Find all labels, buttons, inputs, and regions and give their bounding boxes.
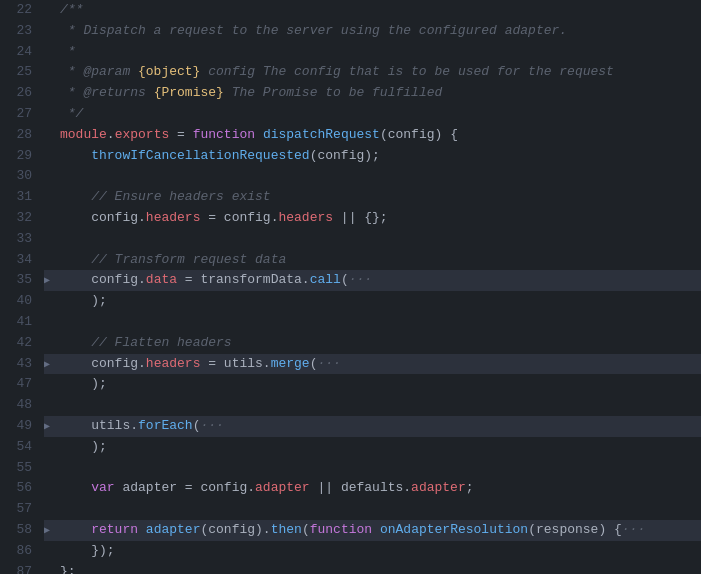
- line-number: 87: [8, 562, 32, 574]
- code-line: * Dispatch a request to the server using…: [44, 21, 701, 42]
- line-number: 43: [8, 354, 32, 375]
- code-text: );: [60, 374, 701, 395]
- code-text: // Ensure headers exist: [60, 187, 701, 208]
- code-line: utils.forEach(···: [44, 416, 701, 437]
- fold-arrow[interactable]: [44, 520, 60, 541]
- code-line: [44, 499, 701, 520]
- fold-arrow[interactable]: [44, 270, 60, 291]
- line-number: 24: [8, 42, 32, 63]
- code-text: */: [60, 104, 701, 125]
- line-number: 55: [8, 458, 32, 479]
- line-number: 56: [8, 478, 32, 499]
- line-number: 35: [8, 270, 32, 291]
- code-line: */: [44, 104, 701, 125]
- code-text: });: [60, 541, 701, 562]
- line-number: 54: [8, 437, 32, 458]
- code-line: );: [44, 291, 701, 312]
- code-text: * @returns {Promise} The Promise to be f…: [60, 83, 701, 104]
- line-number: 25: [8, 62, 32, 83]
- code-line: config.headers = config.headers || {};: [44, 208, 701, 229]
- code-line: // Ensure headers exist: [44, 187, 701, 208]
- code-line: // Flatten headers: [44, 333, 701, 354]
- code-text: return adapter(config).then(function onA…: [60, 520, 701, 541]
- code-editor: 2223242526272829303132333435404142434748…: [0, 0, 701, 574]
- code-text: *: [60, 42, 701, 63]
- line-number: 57: [8, 499, 32, 520]
- code-line: [44, 229, 701, 250]
- code-line: config.data = transformData.call(···: [44, 270, 701, 291]
- code-line: return adapter(config).then(function onA…: [44, 520, 701, 541]
- line-number: 86: [8, 541, 32, 562]
- code-line: * @param {object} config The config that…: [44, 62, 701, 83]
- code-line: *: [44, 42, 701, 63]
- code-line: // Transform request data: [44, 250, 701, 271]
- code-line: config.headers = utils.merge(···: [44, 354, 701, 375]
- line-number: 27: [8, 104, 32, 125]
- line-number: 40: [8, 291, 32, 312]
- code-line: throwIfCancellationRequested(config);: [44, 146, 701, 167]
- code-text: * @param {object} config The config that…: [60, 62, 701, 83]
- line-number: 22: [8, 0, 32, 21]
- code-line: );: [44, 374, 701, 395]
- code-text: var adapter = config.adapter || defaults…: [60, 478, 701, 499]
- code-text: config.data = transformData.call(···: [60, 270, 701, 291]
- code-line: [44, 312, 701, 333]
- code-line: * @returns {Promise} The Promise to be f…: [44, 83, 701, 104]
- line-number: 29: [8, 146, 32, 167]
- code-text: );: [60, 437, 701, 458]
- code-content: /** * Dispatch a request to the server u…: [40, 0, 701, 574]
- line-number: 47: [8, 374, 32, 395]
- line-number: 28: [8, 125, 32, 146]
- line-number: 23: [8, 21, 32, 42]
- line-number: 48: [8, 395, 32, 416]
- code-text: /**: [60, 0, 701, 21]
- line-number: 26: [8, 83, 32, 104]
- code-line: var adapter = config.adapter || defaults…: [44, 478, 701, 499]
- code-line: [44, 458, 701, 479]
- fold-arrow[interactable]: [44, 416, 60, 437]
- line-number: 30: [8, 166, 32, 187]
- code-text: // Flatten headers: [60, 333, 701, 354]
- code-text: config.headers = utils.merge(···: [60, 354, 701, 375]
- line-number: 31: [8, 187, 32, 208]
- line-number: 41: [8, 312, 32, 333]
- code-line: /**: [44, 0, 701, 21]
- line-number: 42: [8, 333, 32, 354]
- code-line: [44, 395, 701, 416]
- code-text: module.exports = function dispatchReques…: [60, 125, 701, 146]
- code-line: };: [44, 562, 701, 574]
- fold-arrow[interactable]: [44, 354, 60, 375]
- code-text: // Transform request data: [60, 250, 701, 271]
- line-number: 32: [8, 208, 32, 229]
- code-text: * Dispatch a request to the server using…: [60, 21, 701, 42]
- line-number: 34: [8, 250, 32, 271]
- line-number: 33: [8, 229, 32, 250]
- code-text: utils.forEach(···: [60, 416, 701, 437]
- code-text: config.headers = config.headers || {};: [60, 208, 701, 229]
- line-numbers: 2223242526272829303132333435404142434748…: [0, 0, 40, 574]
- line-number: 58: [8, 520, 32, 541]
- code-line: module.exports = function dispatchReques…: [44, 125, 701, 146]
- code-text: );: [60, 291, 701, 312]
- code-text: };: [60, 562, 701, 574]
- code-line: });: [44, 541, 701, 562]
- code-line: [44, 166, 701, 187]
- code-text: throwIfCancellationRequested(config);: [60, 146, 701, 167]
- line-number: 49: [8, 416, 32, 437]
- code-line: );: [44, 437, 701, 458]
